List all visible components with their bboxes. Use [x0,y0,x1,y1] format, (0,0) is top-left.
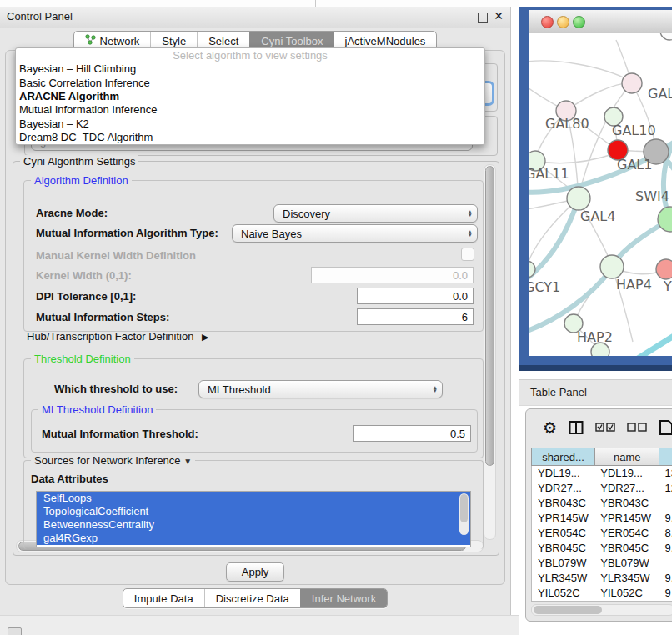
network-canvas[interactable]: GALGAL80GAL10GAL1GAL11SWI4GAL4GCY1HAP4YH… [529,33,672,356]
scrollbar-thumb[interactable] [485,166,494,466]
manual-kernel-checkbox[interactable] [461,248,474,261]
table-cell [659,556,672,571]
kernel-width-field[interactable]: 0.0 [311,267,474,283]
tab-label: Impute Data [134,592,193,605]
network-view-window[interactable]: GALGAL80GAL10GAL1GAL11SWI4GAL4GCY1HAP4YH… [529,10,672,356]
scrollbar-thumb[interactable] [534,606,602,614]
panel-grip-icon[interactable] [8,628,22,635]
kernel-width-label: Kernel Width (0,1): [36,269,132,282]
table-cell: YBR043C [594,496,659,511]
aracne-mode-label: Aracne Mode: [36,207,108,219]
aracne-mode-combo[interactable]: Discovery ▲▼ [273,204,478,222]
table-row[interactable]: YER054CYER054C8. [532,526,672,541]
split-columns-icon[interactable] [569,420,584,435]
minimize-traffic-light-icon[interactable] [557,16,569,28]
network-node[interactable] [567,187,590,210]
algorithm-option[interactable]: Bayesian – Hill Climbing [16,62,484,75]
table-row[interactable]: YDR27...YDR27...12 [532,481,672,496]
column-header-shared...[interactable]: shared... [532,448,594,465]
tab-infer-network[interactable]: Infer Network [300,589,387,608]
settings-vertical-scrollbar[interactable] [484,164,496,540]
network-node[interactable] [622,73,642,93]
network-edge[interactable] [579,83,632,198]
network-node[interactable] [660,33,672,40]
tab-discretize-data[interactable]: Discretize Data [204,589,300,608]
table-cell: YER054C [532,526,594,541]
table-row[interactable]: YBR045CYBR045C9. [532,541,672,556]
table-row[interactable]: YDL19...YDL19...13 [532,466,672,481]
network-graph[interactable]: GALGAL80GAL10GAL1GAL11SWI4GAL4GCY1HAP4YH… [529,33,672,356]
zoom-traffic-light-icon[interactable] [573,16,585,28]
network-node[interactable] [656,259,672,279]
attribute-list-item[interactable]: TopologicalCoefficient [37,505,470,518]
table-horizontal-scrollbar[interactable] [531,604,672,616]
mi-type-label: Mutual Information Algorithm Type: [36,227,218,239]
cyni-algorithm-settings-group: Cyni Algorithm Settings Algorithm Defini… [13,161,499,556]
table-cell: YDR27... [594,481,659,496]
column-header-name[interactable]: name [594,448,659,465]
mi-type-value: Naive Bayes [233,228,302,240]
close-traffic-light-icon[interactable] [541,16,554,28]
network-edge[interactable] [529,198,579,283]
close-icon[interactable]: ✕ [494,9,504,22]
new-table-icon[interactable] [659,419,672,436]
which-threshold-label: Which threshold to use: [54,382,178,395]
algorithm-option[interactable]: Basic Correlation Inference [16,76,484,89]
algorithm-option[interactable]: Dream8 DC_TDC Algorithm [16,131,484,144]
aracne-mode-value: Discovery [274,208,330,220]
table-row[interactable]: YPR145WYPR145W9. [532,511,672,526]
scrollbar-thumb[interactable] [460,494,468,522]
expand-arrow-icon: ▶ [202,332,208,342]
mi-type-combo[interactable]: Naive Bayes ▲▼ [232,224,478,242]
network-edge[interactable] [566,83,632,111]
tab-label: Discretize Data [216,592,289,605]
float-window-icon[interactable] [478,12,488,22]
dpi-tolerance-field[interactable]: 0.0 [357,288,474,304]
hub-definition-expander[interactable]: Hub/Transcription Factor Definition ▶ [27,330,208,342]
node-label: GAL1 [617,157,652,172]
table-cell: YBR045C [532,541,594,556]
which-threshold-combo[interactable]: MI Threshold ▲▼ [198,380,443,398]
table-row[interactable]: YBL079WYBL079W [532,556,672,571]
table-row[interactable]: YLR345WYLR345W9. [532,571,672,586]
attribute-list-item[interactable]: BetweennessCentrality [37,518,470,532]
control-panel-window: Control Panel ✕ NetworkStyleSelectCyni T… [0,7,511,615]
tab-impute-data[interactable]: Impute Data [123,589,204,608]
table-cell: YDL19... [594,466,659,481]
deselect-all-checkboxes-icon[interactable] [627,422,647,432]
algorithm-option[interactable]: Bayesian – K2 [16,117,484,130]
table-cell: 12 [659,481,672,496]
mi-steps-field[interactable]: 6 [357,308,474,325]
mi-threshold-field[interactable]: 0.5 [353,425,471,442]
algorithm-option[interactable]: Mutual Information Inference [16,103,484,117]
gear-icon[interactable]: ⚙ [543,418,557,437]
collapse-arrow-icon[interactable]: ▼ [183,457,192,466]
node-label: HAP2 [577,329,613,345]
column-header-A[interactable]: A [659,448,672,465]
network-node[interactable] [600,255,624,278]
data-attributes-list[interactable]: SelfLoopsTopologicalCoefficientBetweenne… [36,491,471,548]
network-edge[interactable] [529,61,630,81]
attribute-list-item[interactable]: gal4RGexp [37,532,470,545]
apply-button[interactable]: Apply [226,562,284,582]
attribute-list-item[interactable]: SelfLoops [37,492,470,505]
table-row[interactable]: YIL052CYIL052C9 [532,586,672,601]
node-table: shared...nameA YDL19...YDL19...13YDR27..… [531,448,672,602]
table-cell: YLR345W [594,571,659,586]
table-row[interactable]: YBR043CYBR043C [532,496,672,511]
node-label: GCY1 [529,279,560,295]
select-all-checkboxes-icon[interactable] [595,422,615,432]
mi-threshold-label: Mutual Information Threshold: [42,428,198,440]
window-frame-edge [519,365,672,371]
network-edge[interactable] [635,332,672,356]
network-edge[interactable] [529,198,579,268]
node-label: GAL4 [580,208,615,224]
network-window-titlebar[interactable] [529,10,672,34]
combo-arrows-icon: ▲▼ [433,386,438,393]
table-cell: YIL052C [594,586,659,601]
combo-arrows-icon: ▲▼ [468,210,473,218]
algorithm-definition-title: Algorithm Definition [31,174,132,187]
algorithm-option[interactable]: ARACNE Algorithm [16,89,484,102]
list-scrollbar[interactable] [459,493,469,535]
cyni-bottom-tabbar: Impute DataDiscretize DataInfer Network [0,588,510,608]
